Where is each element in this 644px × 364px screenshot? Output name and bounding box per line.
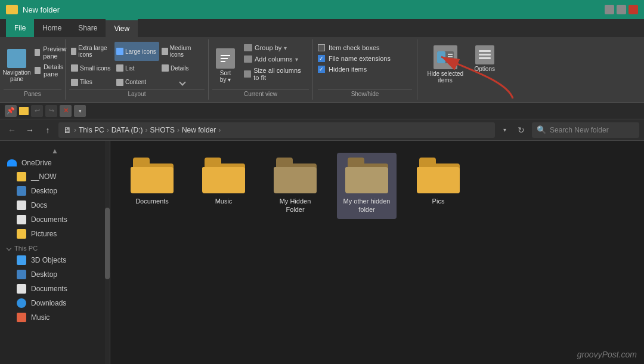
folder-hidden-label: My Hidden Folder (270, 197, 320, 214)
quick-access-toolbar: 📌 ↩ ↪ ✕ ▾ (0, 103, 644, 119)
path-dropdown-button[interactable]: ▾ (499, 123, 510, 137)
navigation-pane-button[interactable]: Navigation pane (4, 42, 30, 89)
search-box[interactable]: 🔍 Search New folder (532, 122, 639, 138)
documents2-icon (17, 284, 26, 294)
ribbon-tabs: File Home Share View (0, 19, 644, 37)
thispc-section-header[interactable]: This PC (0, 241, 110, 253)
sidebar-item-pictures[interactable]: Pictures (0, 227, 110, 241)
sidebar: ▲ OneDrive __NOW Desktop Docs Documents … (0, 141, 110, 364)
group-by-label: Group by (255, 44, 281, 51)
small-icons-label: Small icons (80, 65, 110, 72)
item-checkboxes-label: Item check boxes (329, 44, 380, 51)
small-icons-button[interactable]: Small icons (69, 61, 114, 75)
add-columns-button[interactable]: Add columns ▾ (242, 54, 309, 64)
delete-button[interactable]: ✕ (60, 105, 72, 117)
options-row: Hide selected items Options (421, 42, 497, 97)
tiles-button[interactable]: Tiles (69, 76, 114, 89)
folder-hidden[interactable]: My Hidden Folder (265, 153, 325, 219)
scroll-up-button[interactable]: ▲ (0, 146, 110, 156)
tab-view[interactable]: View (106, 19, 138, 37)
sidebar-scrollbar[interactable] (105, 141, 110, 364)
sidebar-item-desktop2[interactable]: Desktop (0, 267, 110, 282)
extra-large-icons-button[interactable]: Extra large icons (69, 42, 114, 61)
pictures-label: Pictures (31, 230, 57, 238)
options-section: Hide selected items Options (417, 39, 501, 100)
documents-icon (17, 215, 26, 224)
redo-button[interactable]: ↪ (45, 105, 57, 117)
docs-icon (17, 200, 26, 210)
item-checkboxes-toggle[interactable]: Item check boxes (318, 44, 412, 51)
large-icons-button[interactable]: Large icons (114, 42, 159, 61)
extra-large-label: Extra large icons (78, 45, 112, 58)
documents2-label: Documents (31, 285, 67, 293)
currentview-content: Sortby ▾ Group by ▾ Add columns ▾ Size a… (212, 42, 309, 89)
details-pane-icon (35, 67, 41, 74)
sidebar-item-downloads[interactable]: Downloads (0, 296, 110, 310)
showhide-section: Item check boxes ✓ File name extensions … (313, 39, 417, 100)
restore-button[interactable] (617, 5, 626, 14)
list-button[interactable]: List (114, 61, 159, 75)
folder-pics[interactable]: Pics (408, 153, 468, 219)
path-sep-5: › (218, 126, 221, 134)
details-label: Details (171, 65, 189, 72)
desktop2-label: Desktop (31, 270, 57, 279)
up-button[interactable]: ↑ (41, 123, 55, 137)
folder-music[interactable]: Music (194, 153, 253, 219)
navigation-pane-icon (7, 49, 26, 68)
file-area: Documents Music My Hidden Folder (110, 141, 644, 364)
music-icon (17, 313, 26, 322)
svg-rect-4 (437, 51, 445, 63)
preview-pane-icon (35, 49, 40, 56)
sidebar-scrollbar-thumb[interactable] (105, 208, 110, 279)
tab-home[interactable]: Home (34, 19, 70, 37)
tiles-label: Tiles (80, 79, 92, 85)
large-icons-label: Large icons (125, 48, 156, 55)
sidebar-item-now[interactable]: __NOW (0, 169, 110, 184)
minimize-button[interactable] (605, 5, 614, 14)
content-button[interactable]: Content (114, 76, 159, 89)
hide-selected-button[interactable]: Hide selected items (421, 43, 470, 86)
folder-music-label: Music (215, 197, 233, 205)
pictures-icon (17, 229, 26, 239)
tab-file[interactable]: File (6, 19, 34, 37)
options-label: Options (475, 66, 495, 72)
folder-qa-icon (19, 107, 29, 115)
options-button[interactable]: Options (472, 43, 497, 75)
sidebar-item-music[interactable]: Music (0, 310, 110, 325)
medium-icons-button[interactable]: Medium icons (160, 42, 205, 61)
refresh-button[interactable]: ↻ (514, 123, 528, 137)
hidden-items-toggle[interactable]: ✓ Hidden items (318, 66, 412, 73)
svg-rect-5 (448, 54, 453, 55)
downloads-label: Downloads (31, 299, 66, 307)
sidebar-item-3dobjects[interactable]: 3D Objects (0, 253, 110, 267)
size-all-cols-button[interactable]: Size all columns to fit (242, 66, 309, 82)
tab-share[interactable]: Share (70, 19, 106, 37)
close-button[interactable] (628, 5, 638, 14)
path-icon: 🖥 (63, 125, 72, 135)
forward-button[interactable]: → (23, 123, 37, 137)
address-bar: ← → ↑ 🖥 › This PC › DATA (D:) › SHOTS › … (0, 119, 644, 141)
dropdown-qa-button[interactable]: ▾ (74, 105, 86, 117)
folder-documents[interactable]: Documents (122, 153, 182, 219)
address-path[interactable]: 🖥 › This PC › DATA (D:) › SHOTS › New fo… (58, 122, 495, 138)
details-button[interactable]: Details (160, 61, 205, 75)
sidebar-item-documents2[interactable]: Documents (0, 282, 110, 296)
showhide-items: Item check boxes ✓ File name extensions … (318, 42, 412, 89)
file-name-ext-toggle[interactable]: ✓ File name extensions (318, 55, 412, 62)
layout-expand-button[interactable] (160, 76, 205, 89)
sidebar-item-onedrive[interactable]: OneDrive (0, 156, 110, 169)
onedrive-label: OneDrive (21, 159, 52, 167)
onedrive-icon (7, 159, 17, 166)
content-icon (116, 79, 123, 86)
svg-rect-8 (479, 50, 491, 52)
folder-other-hidden-icon (345, 158, 388, 193)
group-by-button[interactable]: Group by ▾ (242, 43, 309, 53)
svg-rect-10 (479, 57, 491, 59)
back-button[interactable]: ← (5, 123, 19, 137)
sort-by-button[interactable]: Sortby ▾ (212, 42, 239, 89)
undo-button[interactable]: ↩ (31, 105, 43, 117)
folder-other-hidden[interactable]: My other hidden folder (337, 153, 397, 219)
sidebar-item-docs[interactable]: Docs (0, 198, 110, 212)
sidebar-item-desktop[interactable]: Desktop (0, 184, 110, 198)
sidebar-item-documents[interactable]: Documents (0, 212, 110, 227)
